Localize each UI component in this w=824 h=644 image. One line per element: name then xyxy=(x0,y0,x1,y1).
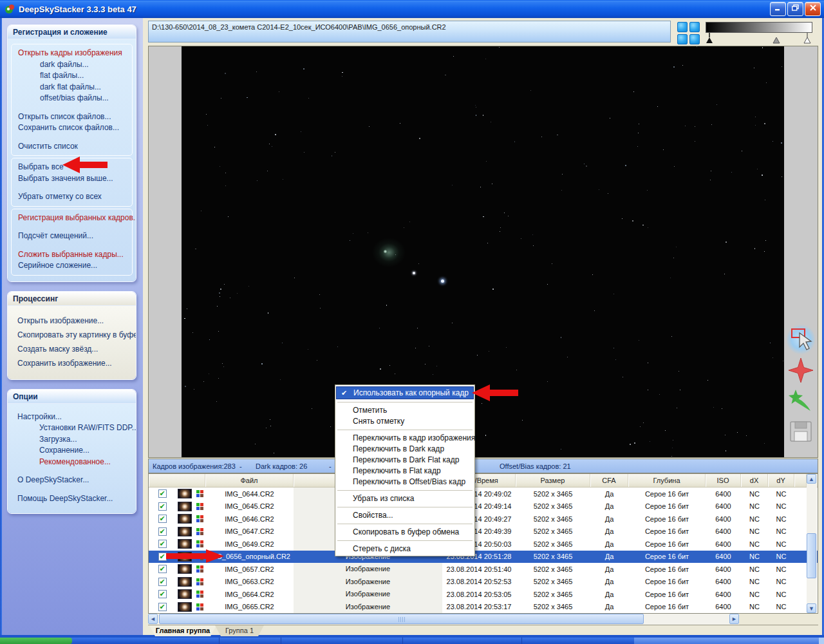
row-checkbox[interactable]: ✔ xyxy=(158,578,167,586)
sidebar-item[interactable]: О DeepSkyStacker... xyxy=(11,475,133,486)
column-header[interactable]: Файл xyxy=(205,474,294,487)
column-header[interactable] xyxy=(149,474,205,487)
tab-group-1[interactable]: Группа 1 xyxy=(215,625,264,636)
iso-cell: 6400 xyxy=(706,603,741,611)
dark-frames-count: Dark кадров: 26 xyxy=(256,462,307,470)
context-menu-item[interactable]: Отметить xyxy=(336,405,474,416)
sidebar-item[interactable]: Скопировать эту картинку в буфер xyxy=(11,328,133,342)
context-menu-item[interactable]: Переключить в Dark Flat кадр xyxy=(336,455,474,466)
sidebar-item[interactable]: flat файлы... xyxy=(12,70,132,82)
close-button[interactable] xyxy=(805,2,821,16)
scroll-up-button[interactable]: ▲ xyxy=(807,474,816,484)
restore-button[interactable] xyxy=(787,2,803,16)
sidebar-item[interactable]: dark flat файлы... xyxy=(12,82,132,93)
sidebar-item[interactable]: Убрать отметку со всех xyxy=(12,191,132,203)
sidebar-item[interactable]: Сохранить список файлов... xyxy=(12,122,132,134)
zoom-tool-icon[interactable] xyxy=(787,324,815,355)
table-row[interactable]: ✔IMG_0646.CR2Изображение23.08.2014 20:49… xyxy=(149,513,818,526)
row-checkbox[interactable]: ✔ xyxy=(158,590,167,598)
panel-group: Настройки...Установки RAW/FITS DDP...Заг… xyxy=(11,408,133,508)
column-header[interactable] xyxy=(794,474,807,487)
table-header[interactable]: ФайлДата/ВремяРазмерCFAГлубинаISOdXdY xyxy=(149,474,818,488)
row-checkbox[interactable]: ✔ xyxy=(158,515,167,523)
context-menu-item[interactable]: Свойства... xyxy=(336,510,474,521)
context-menu-item[interactable]: Переключить в Dark кадр xyxy=(336,444,474,455)
white-level-slider xyxy=(804,37,810,43)
start-button[interactable] xyxy=(0,638,72,644)
row-checkbox[interactable]: ✔ xyxy=(158,489,167,498)
table-row[interactable]: ✔IMG_0644.CR2Изображение23.08.2014 20:49… xyxy=(149,488,818,500)
star-tool-icon[interactable] xyxy=(787,357,815,384)
context-menu-item[interactable]: ✔Использовать как опорный кадр xyxy=(336,386,474,399)
sidebar-item[interactable]: Выбрать значения выше... xyxy=(12,173,132,185)
tab-main-group[interactable]: Главная группа xyxy=(149,625,216,636)
context-menu-item[interactable]: Переключить в кадр изображения xyxy=(336,433,474,444)
row-checkbox[interactable]: ✔ xyxy=(158,540,167,548)
save-tool-icon[interactable] xyxy=(787,419,815,444)
sidebar-item[interactable]: Сложить выбранные кадры... xyxy=(12,249,132,261)
row-checkbox[interactable]: ✔ xyxy=(158,603,167,611)
sidebar-item[interactable]: Загрузка... xyxy=(11,434,133,446)
vertical-scroll-thumb[interactable] xyxy=(807,533,816,578)
vertical-scrollbar[interactable]: ▲ ▼ xyxy=(807,474,817,613)
context-menu-item[interactable]: Переключить в Flat кадр xyxy=(336,466,474,477)
context-menu-item[interactable]: Переключить в Offset/Bias кадр xyxy=(336,477,474,488)
comet-tool-icon[interactable] xyxy=(787,389,815,415)
column-header[interactable]: dX xyxy=(741,474,768,487)
sidebar-item[interactable]: offset/bias файлы... xyxy=(12,93,132,104)
star-thumbnail xyxy=(178,539,192,549)
column-header[interactable]: ISO xyxy=(706,474,741,487)
context-menu-item[interactable]: Убрать из списка xyxy=(336,493,474,504)
horizontal-scrollbar[interactable]: ◄ ► xyxy=(148,614,739,625)
sidebar-item[interactable]: Подсчёт смещений... xyxy=(12,231,132,242)
sidebar-item[interactable]: Регистрация выбранных кадров... xyxy=(12,213,132,224)
table-row[interactable]: ✔IMG_0656_опорный.CR2Изображение23.08.20… xyxy=(149,551,818,564)
thumbnail-cell xyxy=(176,514,194,524)
current-file-path[interactable]: D:\130-650\2014_08_23_комета C2014-E2_10… xyxy=(148,21,671,43)
sidebar-item[interactable]: Сохранить изображение... xyxy=(11,356,133,370)
sidebar-item[interactable]: Рекомендованное... xyxy=(11,457,133,468)
rgb-icon-cell xyxy=(194,591,205,598)
column-header[interactable]: Глубина xyxy=(628,474,706,487)
sidebar-item[interactable]: Помощь DeepSkyStacker... xyxy=(11,493,133,505)
depth-cell: Серое 16 бит xyxy=(628,603,706,611)
table-row[interactable]: ✔IMG_0663.CR2Изображение23.08.2014 20:52… xyxy=(149,576,818,589)
table-row[interactable]: ✔IMG_0645.CR2Изображение23.08.2014 20:49… xyxy=(149,500,818,513)
sidebar-item[interactable]: Серийное сложение... xyxy=(12,260,132,272)
sidebar-item[interactable]: Открыть изображение... xyxy=(11,314,133,328)
sidebar-item[interactable]: Сохранение... xyxy=(11,445,133,457)
scroll-right-button[interactable]: ► xyxy=(729,614,739,624)
active-task-button[interactable] xyxy=(634,638,819,644)
depth-cell: Серое 16 бит xyxy=(628,540,706,548)
row-checkbox[interactable]: ✔ xyxy=(158,502,167,511)
table-row[interactable]: ✔IMG_0647.CR2Изображение23.08.2014 20:49… xyxy=(149,526,818,538)
table-row[interactable]: ✔IMG_0665.CR2Изображение23.08.2014 20:53… xyxy=(149,601,818,614)
context-menu-item[interactable]: Стереть с диска xyxy=(336,544,474,554)
sidebar-item[interactable]: Очистить список xyxy=(12,141,132,153)
table-row[interactable]: ✔IMG_0664.CR2Изображение23.08.2014 20:53… xyxy=(149,588,818,601)
column-header[interactable]: Размер xyxy=(516,474,590,487)
sidebar-item[interactable]: dark файлы... xyxy=(12,59,132,71)
file-name-cell: IMG_0649.CR2 xyxy=(205,540,294,548)
context-menu-item[interactable]: Скопировать в буфер обмена xyxy=(336,527,474,538)
channel-grid-icon[interactable] xyxy=(677,22,700,44)
sidebar-item[interactable]: Открыть кадры изображения xyxy=(12,48,132,59)
horizontal-scroll-thumb[interactable] xyxy=(159,614,644,624)
histogram-sliders[interactable] xyxy=(706,33,812,44)
file-list-table: ФайлДата/ВремяРазмерCFAГлубинаISOdXdY ✔I… xyxy=(148,473,818,614)
scroll-left-button[interactable]: ◄ xyxy=(148,614,158,624)
sidebar-item[interactable]: Открыть список файлов... xyxy=(12,111,132,123)
row-checkbox[interactable]: ✔ xyxy=(158,527,167,536)
row-checkbox[interactable]: ✔ xyxy=(158,565,167,573)
context-menu-item[interactable]: Снять отметку xyxy=(336,416,474,427)
column-header[interactable]: dY xyxy=(768,474,794,487)
row-checkbox[interactable]: ✔ xyxy=(158,553,167,561)
sidebar-item[interactable]: Настройки... xyxy=(11,412,133,423)
sidebar-item[interactable]: Создать маску звёзд... xyxy=(11,342,133,356)
scroll-down-button[interactable]: ▼ xyxy=(807,603,816,613)
column-header[interactable]: CFA xyxy=(590,474,628,487)
sidebar-item[interactable]: Установки RAW/FITS DDP... xyxy=(11,422,133,434)
table-row[interactable]: ✔IMG_0657.CR2Изображение23.08.2014 20:51… xyxy=(149,563,818,576)
table-row[interactable]: ✔IMG_0649.CR2Изображение23.08.2014 20:50… xyxy=(149,538,818,551)
minimize-button[interactable] xyxy=(770,2,786,16)
